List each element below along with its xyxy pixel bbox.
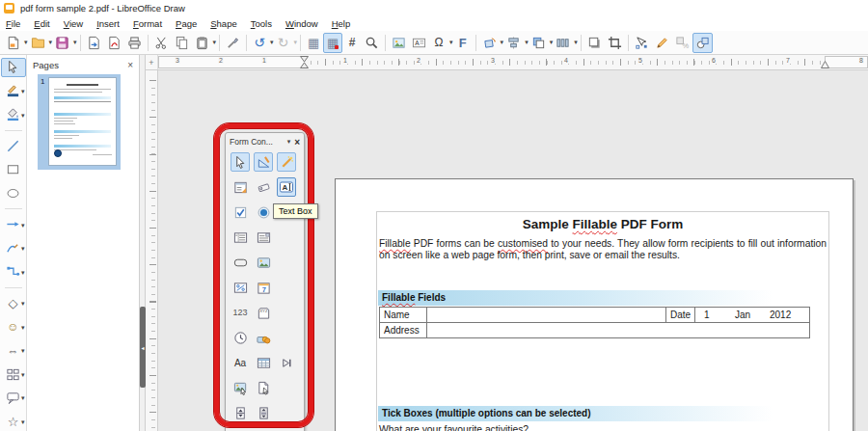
redo-icon[interactable]: ↻: [274, 33, 293, 53]
curves-and-polygons-icon[interactable]: ▾: [1, 239, 26, 258]
block-arrows-icon[interactable]: ⇔ ▾: [1, 341, 26, 361]
dropdown-arrow-icon[interactable]: ▾: [21, 371, 25, 379]
close-icon[interactable]: ×: [127, 60, 133, 70]
navigation-bar-icon[interactable]: [277, 353, 296, 372]
menu-shape[interactable]: Shape: [210, 18, 236, 29]
menu-insert[interactable]: Insert: [96, 18, 120, 29]
menu-view[interactable]: View: [64, 18, 83, 29]
dropdown-arrow-icon[interactable]: ▾: [21, 394, 25, 402]
currency-field-icon[interactable]: [254, 328, 273, 347]
symbol-shapes-icon[interactable]: ☺ ▾: [1, 317, 26, 337]
close-icon[interactable]: ×: [294, 137, 300, 148]
insert-text-box-icon[interactable]: A: [409, 33, 429, 53]
helplines-while-moving-icon[interactable]: %: [672, 33, 692, 53]
dropdown-arrow-icon[interactable]: ▾: [21, 269, 25, 277]
menu-tools[interactable]: Tools: [251, 18, 272, 29]
undo-icon[interactable]: ↺: [250, 33, 269, 53]
name-field[interactable]: [427, 308, 666, 322]
rectangle-icon[interactable]: [1, 160, 26, 179]
dropdown-arrow-icon[interactable]: ▾: [24, 39, 28, 46]
helplines-icon[interactable]: #: [342, 33, 362, 53]
panel-hide-handle[interactable]: ◂: [140, 307, 146, 388]
margin-marker-icon[interactable]: [821, 61, 829, 68]
image-button-icon[interactable]: [254, 253, 273, 272]
fontwork-icon[interactable]: F: [453, 33, 473, 53]
insert-line-icon[interactable]: [1, 137, 26, 156]
document-page[interactable]: Sample Fillable PDF Form Fillable PDF fo…: [335, 178, 854, 431]
dropdown-arrow-icon[interactable]: ▾: [21, 418, 25, 426]
date-month-value[interactable]: Jan: [735, 308, 770, 322]
list-box-icon[interactable]: [231, 228, 250, 247]
form-wizard-icon[interactable]: [277, 152, 296, 172]
dropdown-arrow-icon[interactable]: ▾: [21, 324, 25, 332]
pattern-field-icon[interactable]: XYZ: [254, 303, 273, 322]
image-control-icon[interactable]: [231, 378, 250, 397]
dropdown-arrow-icon[interactable]: ▾: [21, 245, 25, 253]
edit-points-icon[interactable]: [632, 33, 652, 53]
check-box-icon[interactable]: [231, 202, 250, 222]
numerical-field-icon[interactable]: 123: [231, 303, 250, 322]
text-box-icon[interactable]: A: [277, 177, 296, 197]
dropdown-arrow-icon[interactable]: ▾: [294, 39, 298, 46]
menu-window[interactable]: Window: [285, 18, 318, 29]
open-folder-icon[interactable]: [28, 33, 48, 53]
dropdown-arrow-icon[interactable]: ▾: [21, 347, 25, 355]
address-field[interactable]: [427, 323, 809, 337]
push-button-icon[interactable]: [231, 253, 250, 272]
ruler-origin-icon[interactable]: +: [146, 55, 158, 69]
line-color-icon[interactable]: ▾: [1, 82, 26, 101]
form-properties-icon[interactable]: [231, 177, 250, 197]
dropdown-arrow-icon[interactable]: ▾: [213, 39, 217, 46]
menu-page[interactable]: Page: [176, 18, 197, 29]
ellipse-icon[interactable]: [1, 184, 26, 203]
show-draw-functions-icon[interactable]: [692, 33, 713, 53]
select-tool-icon[interactable]: [1, 58, 26, 77]
menu-format[interactable]: Format: [133, 18, 162, 29]
clone-formatting-icon[interactable]: [223, 33, 243, 53]
special-character-icon[interactable]: Ω: [429, 33, 448, 53]
toolbar-menu-icon[interactable]: ▾: [287, 138, 291, 146]
insert-image-icon[interactable]: [389, 33, 409, 53]
connectors-icon[interactable]: ▾: [1, 262, 26, 282]
file-selection-icon[interactable]: [254, 378, 273, 397]
gluepoint-functions-icon[interactable]: [652, 33, 672, 53]
distribute-icon[interactable]: [553, 33, 573, 53]
dropdown-arrow-icon[interactable]: ▾: [21, 222, 25, 229]
snap-guides-icon[interactable]: ▦: [323, 33, 342, 53]
arrange-icon[interactable]: [529, 33, 549, 53]
copy-icon[interactable]: [172, 33, 192, 53]
design-mode-icon[interactable]: [254, 152, 273, 172]
label-field-icon[interactable]: [254, 177, 273, 197]
shadow-icon[interactable]: [584, 33, 605, 53]
dropdown-arrow-icon[interactable]: ▾: [73, 39, 77, 46]
print-icon[interactable]: [124, 33, 145, 53]
transformations-icon[interactable]: [479, 33, 500, 53]
combo-box-icon[interactable]: [254, 228, 273, 247]
date-year-value[interactable]: 2012: [770, 308, 808, 322]
form-select-icon[interactable]: [231, 152, 250, 172]
flowchart-shapes-icon[interactable]: ▾: [1, 364, 26, 384]
dropdown-arrow-icon[interactable]: ▾: [21, 88, 25, 95]
basic-shapes-icon[interactable]: ◇ ▾: [1, 294, 26, 313]
formatted-field-icon[interactable]: [231, 278, 250, 297]
time-field-icon[interactable]: [231, 328, 250, 347]
scrollbar-icon[interactable]: [254, 403, 273, 422]
date-day-value[interactable]: 1: [704, 308, 735, 322]
indent-marker-icon[interactable]: [300, 56, 309, 68]
display-grid-icon[interactable]: ▦: [304, 33, 323, 53]
cut-icon[interactable]: [151, 33, 172, 53]
paste-icon[interactable]: [192, 33, 212, 53]
dropdown-arrow-icon[interactable]: ▾: [21, 112, 25, 120]
callout-shapes-icon[interactable]: ▾: [1, 389, 26, 408]
date-field-icon[interactable]: 7: [254, 278, 273, 297]
save-icon[interactable]: [52, 33, 72, 53]
option-button-icon[interactable]: [254, 202, 273, 222]
menu-edit[interactable]: Edit: [34, 18, 49, 29]
menu-help[interactable]: Help: [332, 18, 351, 29]
text-label-icon[interactable]: Aa: [231, 353, 250, 372]
spin-button-icon[interactable]: [231, 403, 250, 422]
dropdown-arrow-icon[interactable]: ▾: [21, 300, 25, 308]
lines-and-arrows-icon[interactable]: ▾: [1, 215, 26, 234]
zoom-icon[interactable]: [362, 33, 382, 53]
table-control-icon[interactable]: [254, 353, 273, 372]
